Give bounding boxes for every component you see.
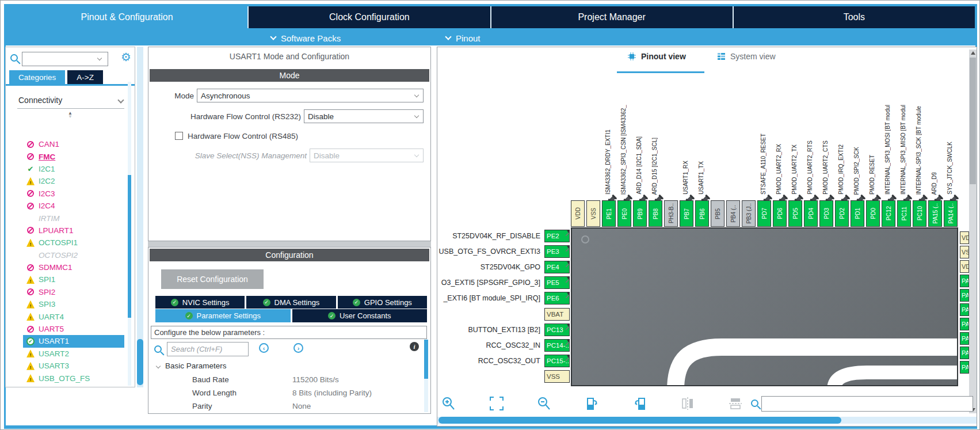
pin-pc15[interactable]: RCC_OSC32_OUTPC15-.. [437, 355, 570, 367]
splitter-thumb[interactable] [137, 339, 143, 385]
sidebar-item-lpuart1[interactable]: LPUART1 [23, 224, 124, 237]
sidebar-item-usart2[interactable]: !USART2 [23, 348, 124, 360]
pinout-horizontal-scrollbar-thumb[interactable] [438, 417, 841, 424]
pin-box[interactable]: PD4 [804, 200, 818, 227]
pin-box[interactable]: PD5 [788, 200, 802, 227]
pin-box[interactable]: PB9 [633, 200, 647, 227]
pin-box[interactable]: VBAT [544, 308, 570, 321]
sidebar-item-spi1[interactable]: !SPI1 [23, 273, 124, 286]
best-fit-button[interactable] [489, 396, 504, 411]
pin-pa15[interactable]: ARD_D9PA15 (.. [928, 76, 943, 227]
rs232-flow-control-select[interactable]: Disable [304, 109, 424, 123]
pin-box[interactable]: PA14 (.. [944, 200, 958, 227]
pin-box[interactable]: PE1 [602, 200, 616, 227]
scroll-spinner[interactable]: ▲▼ [67, 112, 74, 119]
tab-system-view[interactable]: System view [717, 52, 776, 61]
mcu-package-body[interactable] [571, 227, 958, 386]
pin-box[interactable]: PC10 [913, 200, 926, 227]
pin-box[interactable]: PH3-B.. [664, 200, 678, 227]
pin-box[interactable]: VSS [544, 370, 570, 383]
pin-pd4[interactable]: PMOD_UART2_RTSPD4 [804, 76, 818, 227]
sidebar-item-usart1[interactable]: ✔USART1 [23, 335, 124, 347]
pin-pb5[interactable]: PB5 [711, 76, 725, 227]
pin-pc13[interactable]: BUTTON_EXTI13 [B2]PC13 [437, 324, 570, 336]
pin-pa-5[interactable]: PA [960, 303, 969, 316]
sidebar-item-i2c1[interactable]: ✔I2C1 [23, 163, 124, 175]
info-icon[interactable]: i [410, 342, 419, 351]
pin-pc14[interactable]: RCC_OSC32_INPC14-.. [437, 339, 570, 352]
tab-pinout-view[interactable]: Pinout view [627, 52, 686, 61]
pin-pb9[interactable]: ARD_D14 [I2C1_SDA]PB9 [633, 76, 647, 227]
pin-pb6[interactable]: USART1_TXPB6 [695, 76, 710, 227]
tab-gpio-settings[interactable]: ✓GPIO Settings [338, 296, 427, 309]
zoom-out-button[interactable] [537, 396, 552, 411]
pin-pa-7[interactable]: PA [960, 332, 969, 345]
pin-pe3[interactable]: USB_OTG_FS_OVRCR_EXTI3PE3 [437, 245, 570, 258]
pin-pd0[interactable]: PMOD_RESETPD0 [866, 76, 880, 227]
pin-pe6[interactable]: _EXTI6 [BT module_SPI_IRQ]PE6 [437, 292, 570, 305]
pin-box[interactable]: PB7 [680, 200, 693, 227]
sidebar-item-octospi2[interactable]: OCTOSPI2 [23, 249, 124, 261]
pin-box[interactable]: PB6 [695, 200, 709, 227]
pin-vbat[interactable]: VBAT [437, 308, 570, 321]
pin-box[interactable]: PD0 [866, 200, 880, 227]
pin-pb3-j[interactable]: PB3 (J.. [742, 76, 756, 227]
sidebar-search-input[interactable] [22, 52, 108, 66]
pin-box[interactable]: PD6 [773, 200, 787, 227]
pin-pc11[interactable]: INTERNAL_SPI3_MISO [BT modulPC11 [897, 76, 912, 227]
tab-tools[interactable]: Tools [733, 6, 975, 28]
pin-box[interactable]: PE5 [544, 276, 570, 289]
parameter-search-input[interactable] [167, 342, 249, 356]
pin-box[interactable]: VSS [586, 200, 600, 227]
gear-icon[interactable]: ⚙ [121, 50, 131, 64]
sidebar-item-uart5[interactable]: UART5 [23, 323, 124, 335]
rotate-clockwise-button[interactable] [585, 396, 600, 411]
sidebar-scrollbar-thumb[interactable] [128, 175, 131, 318]
parameters-scrollbar-thumb[interactable] [424, 340, 428, 379]
pin-pd1[interactable]: PMOD_SPI2_SCKPD1 [851, 76, 865, 227]
param-row-word-length[interactable]: Word Length 8 Bits (including Parity) [148, 389, 419, 400]
pin-vd-0[interactable]: VD [960, 231, 969, 244]
pin-box[interactable]: PD3 [819, 200, 833, 227]
pin-vd-2[interactable]: VD [960, 260, 969, 273]
pin-pa-3[interactable]: PA [960, 275, 969, 287]
tab-a-to-z[interactable]: A->Z [67, 70, 103, 84]
tab-parameter-settings[interactable]: ✓Parameter Settings [155, 309, 291, 322]
param-row-parity[interactable]: Parity None [148, 402, 419, 413]
pin-vs-1[interactable]: VS [960, 246, 969, 258]
tab-categories[interactable]: Categories [9, 70, 65, 84]
rotate-counterclockwise-button[interactable] [632, 396, 647, 411]
pin-box[interactable]: PE3 [544, 245, 570, 258]
pin-pc12[interactable]: INTERNAL_SPI3_MOSI [BT modulPC12 [882, 76, 896, 227]
pin-box[interactable]: PE2 [544, 230, 570, 242]
pin-box[interactable]: PE0 [617, 200, 631, 227]
pin-pd3[interactable]: PMOD_UART2_CTSPD3 [819, 76, 834, 227]
pin-pe0[interactable]: ISM43362_SPI3_CSN [ISM43362_PE0 [617, 76, 632, 227]
pin-pb8[interactable]: ARD_D15 [I2C1_SCL]PB8 [649, 76, 663, 227]
pin-box[interactable]: PA15 (.. [928, 200, 942, 227]
sidebar-item-sdmmc1[interactable]: SDMMC1 [23, 261, 124, 273]
scrollbar-thumb[interactable] [970, 58, 976, 184]
pin-box[interactable]: VDD [571, 200, 585, 227]
sidebar-item-spi2[interactable]: SPI2 [23, 286, 124, 298]
pin-pd7[interactable]: STSAFE_A110_RESETPD7 [757, 76, 772, 227]
sidebar-item-i2c4[interactable]: I2C4 [23, 200, 124, 212]
pin-ph3-b[interactable]: PH3-B.. [664, 76, 678, 227]
param-row-baud-rate[interactable]: Baud Rate 115200 Bits/s [148, 375, 419, 387]
next-match-button[interactable]: › [293, 343, 303, 353]
pin-pc10[interactable]: INTERNAL-SPI3_SCK [BT modulePC10 [913, 76, 927, 227]
tab-dma-settings[interactable]: ✓DMA Settings [246, 296, 335, 309]
sidebar-item-octospi1[interactable]: !OCTOSPI1 [23, 237, 124, 249]
pin-box[interactable]: PB8 [649, 200, 662, 227]
pin-box[interactable]: PD1 [851, 200, 864, 227]
sidebar-item-irtim[interactable]: IRTIM [23, 212, 124, 224]
pin-vdd[interactable]: VDD [571, 76, 585, 227]
sidebar-item-i2c2[interactable]: !I2C2 [23, 175, 124, 187]
reset-configuration-button[interactable]: Reset Configuration [161, 269, 264, 289]
sidebar-item-fmc[interactable]: FMC [23, 150, 124, 162]
software-packs-menu[interactable]: Software Packs [271, 31, 341, 45]
basic-parameters-group[interactable]: Basic Parameters [157, 361, 227, 370]
sidebar-item-can1[interactable]: CAN1 [23, 138, 124, 150]
scroll-up-icon[interactable] [971, 51, 975, 55]
tab-nvic-settings[interactable]: ✓NVIC Settings [155, 296, 245, 309]
